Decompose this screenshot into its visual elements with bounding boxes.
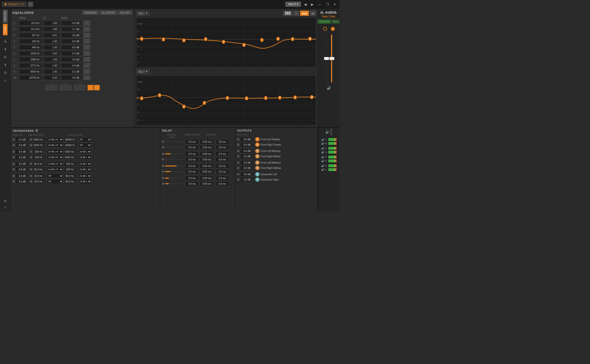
tune-tab[interactable]: TUNE bbox=[3, 24, 8, 35]
radio-left[interactable] bbox=[323, 27, 327, 31]
crossover-lpf-type-7[interactable]: 24 dB L-R Off 24 dB L-R bbox=[78, 174, 91, 178]
band-q-3[interactable]: 4.51 ▲ ▼ bbox=[44, 33, 61, 38]
delay-slider-4[interactable] bbox=[165, 159, 184, 160]
io-btn-1b[interactable] bbox=[52, 85, 57, 90]
crossover-hpf-freq-4[interactable]: 500 Hz ▲ ▼ bbox=[33, 155, 46, 160]
radio-right[interactable] bbox=[331, 27, 335, 31]
channel-vol-E[interactable]: 🔊 bbox=[321, 156, 324, 158]
channel-vol-H[interactable]: 🔊 bbox=[321, 168, 324, 171]
output-level-C[interactable]: 0.0 dB ▲ ▼ bbox=[240, 149, 254, 153]
far-right-volume-icon[interactable]: 🔊 bbox=[325, 131, 329, 134]
band-gain-1[interactable]: -0.9 dB ▲ ▼ bbox=[61, 21, 83, 25]
output-check-D[interactable] bbox=[237, 155, 239, 157]
band-filter-btn-3[interactable]: ∿ bbox=[83, 33, 90, 38]
delay-slider-7[interactable] bbox=[165, 178, 184, 179]
band-freq-9[interactable]: 6583 Hz ▲ ▼ bbox=[19, 69, 43, 74]
output-level-A[interactable]: 0.0 dB ▲ ▼ bbox=[240, 137, 254, 142]
output-check-E[interactable] bbox=[237, 162, 239, 164]
band-q-4[interactable]: 1.00 ▲ ▼ bbox=[44, 39, 61, 44]
crossover-hpf-check-5[interactable] bbox=[30, 163, 32, 165]
band-filter-btn-1[interactable]: ∿ bbox=[83, 21, 90, 25]
crossover-level-4[interactable]: 0.0 dB ▲ ▼ bbox=[15, 155, 29, 160]
delay-check-6[interactable] bbox=[162, 171, 164, 173]
add-preset-button[interactable]: + bbox=[28, 2, 33, 7]
band-gain-9[interactable]: -0.2 dB ▲ ▼ bbox=[61, 69, 83, 74]
sidebar-download-icon[interactable]: ⬇ bbox=[3, 46, 8, 52]
band-filter-btn-5[interactable]: ∿ bbox=[83, 45, 90, 50]
crossover-hpf-freq-5[interactable]: 80.0 Hz ▲ ▼ bbox=[33, 161, 46, 166]
crossover-hpf-type-6[interactable]: 24 dB L-R Off 6 dB 12 dB B-W 24 dB L-R bbox=[47, 167, 63, 172]
output-level-B[interactable]: 0.0 dB ▲ ▼ bbox=[240, 142, 254, 147]
crossover-hpf-freq-6[interactable]: 80.0 Hz ▲ ▼ bbox=[33, 167, 46, 172]
channel-vol-B[interactable]: 🔊 bbox=[321, 142, 324, 145]
output-check-G[interactable] bbox=[237, 173, 239, 175]
chart-wave-icon[interactable]: ∿ bbox=[294, 11, 299, 16]
io-btn-4b[interactable] bbox=[94, 85, 100, 90]
crossover-hpf-type-2[interactable]: 24 dB L-R Off 6 dB 12 dB B-W 24 dB L-R bbox=[47, 143, 63, 148]
crossover-lpf-type-1[interactable]: Off Off 24 dB L-R bbox=[78, 137, 91, 142]
output-check-H[interactable] bbox=[237, 179, 239, 181]
crossover-hpf-type-7[interactable]: Off Off 6 dB 12 dB B-W 24 dB L-R bbox=[47, 174, 63, 178]
crossover-check-6[interactable] bbox=[13, 168, 15, 170]
crossover-hpf-freq-8[interactable]: 20.0 Hz ▲ ▼ bbox=[33, 179, 46, 184]
band-filter-btn-8[interactable]: ∿ bbox=[83, 63, 90, 68]
io-btn-3b[interactable] bbox=[80, 85, 86, 90]
delay-additional-7[interactable]: 0.00 ms ▲ ▼ bbox=[200, 176, 215, 181]
band-filter-btn-10[interactable]: ∿ bbox=[83, 75, 90, 80]
eq2-select[interactable]: EQ 2 ▾ bbox=[136, 69, 150, 74]
volume-icon[interactable]: 🔊 bbox=[327, 86, 331, 90]
delay-slider-1[interactable] bbox=[165, 141, 184, 142]
delay-additional-2[interactable]: 0.00 ms ▲ ▼ bbox=[200, 145, 215, 150]
band-freq-8[interactable]: 3772 Hz ▲ ▼ bbox=[19, 63, 43, 68]
channel-vol-D[interactable]: 🔊 bbox=[321, 151, 324, 154]
crossover-lpf-type-8[interactable]: 24 dB L-R Off 24 dB L-R bbox=[78, 179, 91, 184]
crossover-check-5[interactable] bbox=[13, 163, 15, 165]
crossover-lpf-type-5[interactable]: 24 dB L-R Off 24 dB L-R bbox=[78, 161, 91, 166]
crossover-check-4[interactable] bbox=[13, 156, 15, 158]
band-freq-10[interactable]: 15793 Hz ▲ ▼ bbox=[19, 75, 43, 80]
band-freq-7[interactable]: 2000 Hz ▲ ▼ bbox=[19, 57, 43, 62]
crossover-level-7[interactable]: 0.0 dB ▲ ▼ bbox=[15, 174, 29, 178]
band-gain-6[interactable]: 0.3 dB ▲ ▼ bbox=[61, 51, 83, 56]
band-q-5[interactable]: 1.00 ▲ ▼ bbox=[44, 45, 61, 50]
band-freq-6[interactable]: 1029 Hz ▲ ▼ bbox=[19, 51, 43, 56]
delay-additional-6[interactable]: 0.00 ms ▲ ▼ bbox=[200, 169, 215, 174]
channel-vol-G[interactable]: 🔊 bbox=[321, 165, 324, 167]
band-q-2[interactable]: 1.00 ▲ ▼ bbox=[44, 27, 61, 32]
band-q-9[interactable]: 1.00 ▲ ▼ bbox=[44, 69, 61, 74]
crossover-lpf-freq-4[interactable]: 5000 Hz ▲ ▼ bbox=[64, 155, 77, 160]
output-level-E[interactable]: 0.0 dB ▲ ▼ bbox=[240, 160, 254, 165]
all-off-button[interactable]: ALL OFF bbox=[118, 11, 132, 15]
output-level-D[interactable]: 0.0 dB ▲ ▼ bbox=[240, 154, 254, 159]
band-gain-4[interactable]: 0.6 dB ▲ ▼ bbox=[61, 39, 83, 44]
delay-slider-2[interactable] bbox=[165, 147, 184, 148]
delay-check-4[interactable] bbox=[162, 158, 164, 160]
crossover-lpf-type-6[interactable]: 24 dB L-R Off 24 dB L-R bbox=[78, 167, 91, 172]
delay-additional-3[interactable]: 0.00 ms ▲ ▼ bbox=[200, 151, 215, 156]
crossover-level-3[interactable]: 0.0 dB ▲ ▼ bbox=[15, 149, 29, 154]
delay-slider-8[interactable] bbox=[165, 183, 184, 184]
sidebar-upload-icon[interactable]: ⬆ bbox=[3, 62, 8, 68]
band-gain-7[interactable]: 0.0 dB ▲ ▼ bbox=[61, 57, 83, 62]
io-btn-2b[interactable] bbox=[66, 85, 72, 90]
valet-button[interactable]: VALET ▾ bbox=[285, 2, 301, 7]
crossover-hpf-check-2[interactable] bbox=[30, 144, 32, 146]
crossover-hpf-freq-1[interactable]: 5000 Hz ▲ ▼ bbox=[33, 137, 46, 142]
crossover-hpf-check-6[interactable] bbox=[30, 168, 32, 170]
sidebar-copy-icon[interactable]: ⧉ bbox=[3, 69, 8, 76]
sidebar-gear-icon[interactable]: ⚙ bbox=[2, 198, 8, 204]
close-button[interactable]: ✕ bbox=[332, 2, 338, 7]
band-gain-8[interactable]: 0.9 dB ▲ ▼ bbox=[61, 63, 83, 68]
setup-tab[interactable]: SETUP bbox=[3, 10, 8, 23]
chart-grid-icon[interactable]: ▬▬ bbox=[300, 11, 309, 16]
preset-button[interactable]: PRESET 1 ▾ bbox=[2, 2, 26, 7]
none-button[interactable]: None bbox=[332, 20, 340, 24]
band-freq-5[interactable]: 440 Hz ▲ ▼ bbox=[19, 45, 43, 50]
reorder-button[interactable]: REORDER bbox=[82, 11, 99, 15]
io-btn-1a[interactable] bbox=[45, 85, 51, 90]
delay-check-5[interactable] bbox=[162, 165, 164, 167]
crossover-lpf-freq-1[interactable]: 20000 H: ▲ ▼ bbox=[64, 137, 77, 142]
crossover-level-2[interactable]: -3.0 dB ▲ ▼ bbox=[15, 143, 29, 148]
crossover-lpf-freq-3[interactable]: 5000 Hz ▲ ▼ bbox=[64, 149, 77, 154]
crossover-level-5[interactable]: 0.0 dB ▲ ▼ bbox=[15, 161, 29, 166]
